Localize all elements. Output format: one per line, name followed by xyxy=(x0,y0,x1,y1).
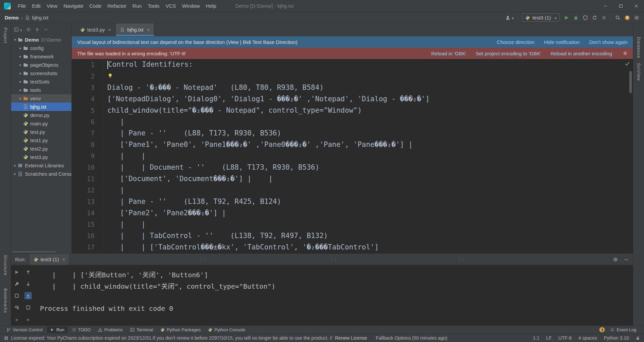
menu-navigate[interactable]: Navigate xyxy=(60,0,86,12)
close-run-tab-icon[interactable] xyxy=(61,256,65,262)
more-actions-icon[interactable] xyxy=(13,316,20,323)
tree-item-scratches[interactable]: Scratches and Consoles xyxy=(11,170,71,178)
toolwindow-button-structure[interactable]: Structure xyxy=(3,255,8,276)
up-stack-trace-button[interactable] xyxy=(24,269,32,276)
project-horizontal-scrollbar[interactable] xyxy=(12,251,56,252)
tree-item-bjhg-txt[interactable]: bjhg.txt xyxy=(11,103,71,111)
splitter-grip[interactable] xyxy=(457,256,464,262)
toolwindow-python-packages[interactable]: Python Packages xyxy=(157,327,204,333)
choose-direction-link[interactable]: Choose direction xyxy=(497,39,535,45)
toolwindow-switcher-icon[interactable] xyxy=(4,336,8,340)
search-everywhere-button[interactable] xyxy=(615,15,621,20)
debug-button[interactable] xyxy=(573,15,579,20)
stop-process-button[interactable] xyxy=(13,292,20,299)
chevron-collapsed-icon[interactable] xyxy=(12,172,18,176)
toolwindow-version-control[interactable]: Version Control xyxy=(3,327,46,333)
menu-code[interactable]: Code xyxy=(86,0,104,12)
chevron-collapsed-icon[interactable] xyxy=(18,71,23,75)
toolwindow-problems[interactable]: Problems xyxy=(95,327,126,333)
user-account-button[interactable] xyxy=(505,15,514,20)
close-button[interactable] xyxy=(629,0,644,12)
chevron-collapsed-icon[interactable] xyxy=(18,46,23,50)
toolwindow-button-database[interactable]: Database xyxy=(636,37,641,58)
menu-edit[interactable]: Edit xyxy=(29,0,44,12)
lock-icon[interactable] xyxy=(636,336,640,340)
run-tab-test3[interactable]: test3 (1) xyxy=(30,254,69,265)
indent-widget[interactable]: 4 spaces xyxy=(578,335,597,341)
chevron-collapsed-icon[interactable] xyxy=(18,88,23,92)
tree-item-venv[interactable]: venv xyxy=(11,94,71,103)
caret-position-widget[interactable]: 1:1 xyxy=(533,335,539,341)
dont-show-again-link[interactable]: Don't show again xyxy=(589,39,628,45)
tree-item-pageobjects[interactable]: pageObjects xyxy=(11,61,71,69)
tree-item-config[interactable]: config xyxy=(11,44,71,52)
chevron-collapsed-icon[interactable] xyxy=(18,63,23,67)
menu-tools[interactable]: Tools xyxy=(145,0,163,12)
chevron-collapsed-icon[interactable] xyxy=(18,54,23,59)
locate-file-icon[interactable] xyxy=(26,27,31,32)
toolwindow-terminal[interactable]: Terminal xyxy=(127,327,156,333)
settings-button[interactable] xyxy=(634,15,639,20)
hide-panel-icon[interactable] xyxy=(44,27,48,32)
minimize-button[interactable] xyxy=(598,0,613,12)
editor-scrollbar[interactable] xyxy=(629,71,632,93)
menu-run[interactable]: Run xyxy=(129,0,145,12)
soft-wrap-button[interactable] xyxy=(13,304,20,311)
tree-item-tools[interactable]: tools xyxy=(11,86,71,94)
stop-button[interactable] xyxy=(601,15,607,20)
profiler-button[interactable] xyxy=(592,15,597,20)
menu-vcs[interactable]: VCS xyxy=(163,0,179,12)
renew-license-link[interactable]: Renew License xyxy=(335,335,367,341)
chevron-collapsed-icon[interactable] xyxy=(12,163,18,168)
chevron-collapsed-icon[interactable] xyxy=(18,96,23,101)
menu-window[interactable]: Window xyxy=(179,0,203,12)
close-tab-icon[interactable] xyxy=(107,27,111,33)
breadcrumb-project[interactable]: Demo xyxy=(5,15,19,20)
reload-gbk-link[interactable]: Reload in 'GBK' xyxy=(431,51,467,56)
tree-item-framework[interactable]: framework xyxy=(11,52,71,61)
tree-item-test2-py[interactable]: test2.py xyxy=(11,145,71,153)
update-available-button[interactable] xyxy=(625,15,630,20)
run-console[interactable]: | | ['关闭Button', '关闭', 'Button6'] | | ch… xyxy=(35,265,633,326)
coverage-button[interactable] xyxy=(583,15,588,20)
interpreter-widget[interactable]: Python 3.10 xyxy=(604,335,629,341)
toolwindow-button-bookmarks[interactable]: Bookmarks xyxy=(3,288,8,313)
breadcrumb-file[interactable]: bjhg.txt xyxy=(32,15,48,20)
down-stack-trace-button[interactable] xyxy=(24,280,32,288)
toolwindow-button-sciview[interactable]: SciView xyxy=(636,63,641,81)
tree-item-test1-py[interactable]: test1.py xyxy=(11,136,71,145)
modify-run-config-button[interactable] xyxy=(13,280,20,288)
tree-item-external-libraries[interactable]: External Libraries xyxy=(11,161,71,170)
tree-item-test-py[interactable]: test.py xyxy=(11,128,71,136)
toolwindow-event-log[interactable]: Event Log xyxy=(607,327,639,333)
tree-item-main-py[interactable]: main.py xyxy=(11,119,71,128)
maximize-button[interactable] xyxy=(613,0,629,12)
encoding-widget[interactable]: UTF-8 xyxy=(558,335,572,341)
more-actions-icon[interactable] xyxy=(24,316,32,323)
tree-item-demo[interactable]: Demo D:\Demo xyxy=(11,36,71,44)
run-button[interactable] xyxy=(564,15,569,20)
editor[interactable]: 1Control Identifiers: 2 3Dialog - '�₂���… xyxy=(72,59,633,253)
menu-help[interactable]: Help xyxy=(203,0,219,12)
tab-bjhg-txt[interactable]: bjhg.txt xyxy=(116,23,154,36)
inspections-ok-icon[interactable] xyxy=(625,61,630,66)
encoding-settings-gear-icon[interactable] xyxy=(623,51,628,56)
toolwindow-run[interactable]: Run xyxy=(47,327,67,333)
chevron-expanded-icon[interactable] xyxy=(12,38,18,42)
scroll-to-end-button[interactable] xyxy=(24,292,32,299)
tab-test3-py[interactable]: test3.py xyxy=(76,23,116,36)
toolwindow-button-project[interactable]: Project xyxy=(3,27,8,43)
project-view-selector[interactable] xyxy=(14,27,22,33)
intention-bulb-icon[interactable] xyxy=(107,73,113,78)
hide-run-panel-icon[interactable] xyxy=(624,257,629,262)
collapse-all-icon[interactable] xyxy=(35,27,40,32)
run-config-selector[interactable]: test3 (1) xyxy=(522,13,560,22)
menu-refactor[interactable]: Refactor xyxy=(104,0,129,12)
toolwindow-todo[interactable]: TODO xyxy=(69,327,94,333)
splitter-grip[interactable] xyxy=(330,256,336,262)
tree-item-test3-py[interactable]: test3.py xyxy=(11,153,71,161)
tree-item-demo-py[interactable]: demo.py xyxy=(11,111,71,119)
reload-other-encoding-link[interactable]: Reload in another encoding xyxy=(551,51,612,56)
rerun-button[interactable] xyxy=(13,269,20,276)
tree-item-screenshots[interactable]: screenshots xyxy=(11,69,71,77)
